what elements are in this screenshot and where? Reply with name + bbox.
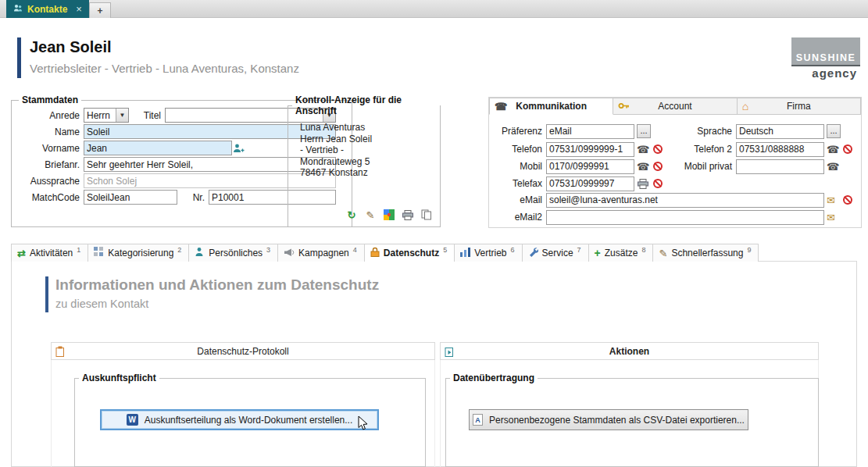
document-tab-bar [0, 0, 868, 18]
sync-arrows-icon: ⇄ [17, 248, 26, 258]
csv-file-icon: A [473, 414, 483, 426]
chevron-down-icon[interactable]: ▼ [116, 109, 128, 122]
tab-firma[interactable]: ⌂ Firma [738, 98, 861, 115]
tab-aktivitaeten[interactable]: ⇄ Aktivitäten 1 [11, 244, 88, 262]
communication-tab-bar: ☎ Kommunikation Account ⌂ Firma [489, 98, 861, 115]
telefax-field[interactable] [546, 176, 634, 191]
address-line: - Vertrieb - [300, 144, 440, 156]
register-tab-bar: ⇄ Aktivitäten 1 Kategorisierung 2 Persön… [11, 244, 759, 262]
vorname-field[interactable] [84, 141, 232, 155]
section-header: Informationen und Aktionen zum Datenschu… [45, 276, 379, 312]
block-icon[interactable] [843, 195, 852, 205]
mobil-label: Mobil [494, 161, 544, 172]
create-word-document-button[interactable]: W Auskunftserteilung als Word-Dokument e… [100, 409, 379, 430]
header-accent-bar [17, 37, 21, 78]
anrede-select[interactable]: Herrn ▼ [84, 108, 129, 123]
panel-datenschutz-protokoll[interactable]: Datenschutz-Protokoll [51, 342, 435, 360]
tab-label: Vertrieb [474, 248, 506, 258]
tab-label: Service [542, 248, 573, 258]
tab-service[interactable]: Service 7 [523, 244, 589, 262]
telefon-field[interactable] [546, 142, 634, 157]
email2-field[interactable] [546, 210, 824, 225]
address-block: Luna Aventuras Herrn Jean Soleil - Vertr… [300, 122, 440, 179]
tab-kontakte[interactable]: Kontakte × [6, 0, 89, 18]
contact-name: Jean Soleil [30, 37, 299, 56]
fax-icon[interactable] [637, 177, 649, 190]
tab-shortcut-number: 9 [747, 244, 751, 254]
vorname-label: Vorname [15, 143, 84, 154]
sprache-browse-button[interactable]: ... [827, 124, 841, 138]
dial-phone-icon[interactable]: ☎ [637, 162, 651, 172]
briefanrede-label: Briefanr. [15, 159, 84, 170]
mouse-cursor [358, 415, 369, 433]
print-icon[interactable] [402, 209, 414, 221]
protocol-icon [55, 346, 66, 357]
close-tab-icon[interactable]: × [76, 3, 82, 15]
communication-panel: ☎ Kommunikation Account ⌂ Firma Präferen… [488, 97, 862, 228]
praeferenz-browse-button[interactable]: ... [637, 124, 651, 138]
tab-label: Account [658, 101, 691, 112]
dial-phone-icon[interactable]: ☎ [827, 144, 841, 155]
tab-kategorisierung[interactable]: Kategorisierung 2 [88, 244, 189, 262]
actions-icon [445, 346, 455, 357]
block-icon[interactable] [843, 144, 852, 154]
tab-kampagnen[interactable]: Kampagnen 4 [278, 244, 365, 262]
tab-schnellerfassung[interactable]: ✎ Schnellerfassung 9 [653, 244, 759, 262]
address-line: 78467 Konstanz [300, 167, 440, 179]
send-email-icon[interactable]: ✉ [827, 195, 841, 205]
tab-shortcut-number: 2 [177, 244, 181, 254]
block-icon[interactable] [653, 162, 663, 171]
key-icon [618, 101, 630, 112]
word-icon: W [127, 414, 138, 426]
tab-shortcut-number: 3 [266, 244, 270, 254]
name-label: Name [15, 127, 84, 137]
matchcode-label: MatchCode [15, 192, 84, 203]
chart-icon [460, 248, 470, 259]
phone-icon: ☎ [495, 102, 507, 112]
tab-label: Kommunikation [516, 101, 587, 112]
send-email-icon[interactable]: ✉ [827, 212, 841, 223]
dial-phone-icon[interactable]: ☎ [827, 162, 841, 172]
map-icon[interactable] [383, 209, 395, 221]
edit-icon[interactable]: ✎ [364, 209, 377, 221]
company-logo: SUNSHINE agency [791, 37, 860, 80]
anrede-label: Anrede [15, 110, 84, 121]
lock-icon [370, 247, 380, 259]
tab-persoenliches[interactable]: Persönliches 3 [189, 244, 278, 262]
sprache-field[interactable] [736, 124, 824, 139]
dial-phone-icon[interactable]: ☎ [637, 144, 651, 155]
block-icon[interactable] [653, 179, 663, 188]
tab-account[interactable]: Account [613, 98, 737, 115]
panel-aktionen[interactable]: Aktionen [440, 342, 819, 360]
tab-shortcut-number: 6 [511, 244, 515, 254]
tab-zusaetze[interactable]: + Zusätze 8 [589, 244, 654, 262]
tab-label: Kategorisierung [108, 248, 173, 258]
export-csv-button[interactable]: A Personenbezogene Stammdaten als CSV-Da… [469, 409, 748, 430]
tab-shortcut-number: 1 [77, 244, 80, 254]
house-icon: ⌂ [742, 101, 748, 112]
email-field[interactable] [546, 193, 824, 208]
matchcode-field[interactable] [84, 190, 177, 205]
telefax-label: Telefax [494, 178, 544, 189]
refresh-icon[interactable]: ↻ [345, 209, 358, 221]
email2-label: eMail2 [494, 212, 544, 223]
mobil-privat-field[interactable] [736, 159, 824, 174]
block-icon[interactable] [653, 144, 663, 154]
tab-kommunikation[interactable]: ☎ Kommunikation [489, 98, 613, 115]
new-tab-button[interactable]: + [89, 2, 111, 18]
plus-icon: + [595, 248, 601, 258]
contacts-icon [13, 3, 23, 15]
tab-datenschutz[interactable]: Datenschutz 5 [365, 244, 455, 262]
praeferenz-field[interactable] [546, 124, 634, 139]
wrench-icon [528, 247, 538, 259]
tab-vertrieb[interactable]: Vertrieb 6 [455, 244, 522, 262]
telefon2-field[interactable] [736, 142, 824, 157]
mobil-field[interactable] [546, 159, 634, 174]
auskunftspflicht-legend: Auskunftspflicht [79, 373, 159, 383]
megaphone-icon [284, 248, 295, 259]
panel-header-label: Datenschutz-Protokoll [66, 346, 434, 357]
add-person-icon[interactable] [232, 142, 245, 155]
tab-label: Kampagnen [298, 248, 349, 258]
tab-label: Persönliches [209, 248, 263, 258]
copy-icon[interactable] [420, 209, 433, 221]
